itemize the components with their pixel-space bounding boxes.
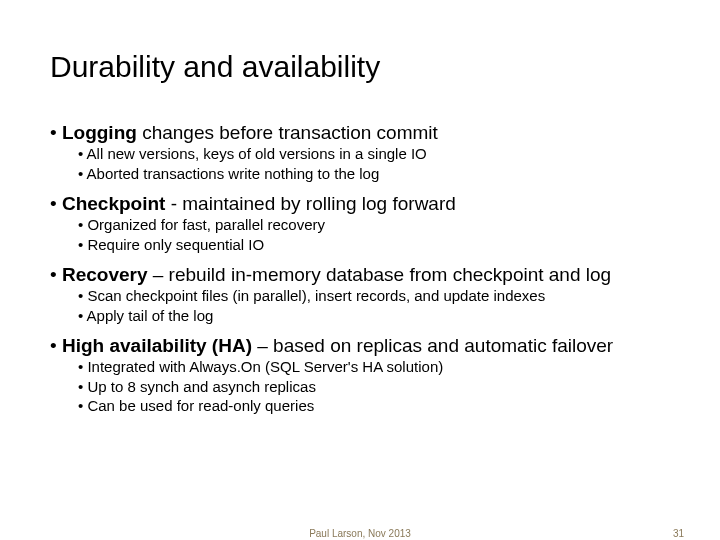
bullet-rest: - maintained by rolling log forward — [165, 193, 455, 214]
bullet-checkpoint: Checkpoint - maintained by rolling log f… — [50, 193, 670, 215]
sub-bullet: Require only sequential IO — [50, 235, 670, 255]
sub-bullet: All new versions, keys of old versions i… — [50, 144, 670, 164]
bullet-rest: – based on replicas and automatic failov… — [252, 335, 613, 356]
bullet-bold: Recovery — [62, 264, 148, 285]
bullet-bold: Checkpoint — [62, 193, 165, 214]
page-number: 31 — [673, 528, 684, 539]
bullet-recovery: Recovery – rebuild in-memory database fr… — [50, 264, 670, 286]
sub-bullet: Scan checkpoint files (in parallel), ins… — [50, 286, 670, 306]
bullet-rest: – rebuild in-memory database from checkp… — [148, 264, 612, 285]
sub-bullet: Integrated with Always.On (SQL Server's … — [50, 357, 670, 377]
bullet-logging: Logging changes before transaction commi… — [50, 122, 670, 144]
sub-bullet: Apply tail of the log — [50, 306, 670, 326]
sub-bullet: Up to 8 synch and asynch replicas — [50, 377, 670, 397]
footer-author: Paul Larson, Nov 2013 — [0, 528, 720, 539]
sub-bullet: Organized for fast, parallel recovery — [50, 215, 670, 235]
sub-bullet: Aborted transactions write nothing to th… — [50, 164, 670, 184]
bullet-rest: changes before transaction commit — [137, 122, 438, 143]
bullet-ha: High availability (HA) – based on replic… — [50, 335, 670, 357]
slide: Durability and availability Logging chan… — [0, 0, 720, 540]
bullet-bold: High availability (HA) — [62, 335, 252, 356]
sub-bullet: Can be used for read-only queries — [50, 396, 670, 416]
bullet-bold: Logging — [62, 122, 137, 143]
slide-title: Durability and availability — [50, 50, 670, 84]
